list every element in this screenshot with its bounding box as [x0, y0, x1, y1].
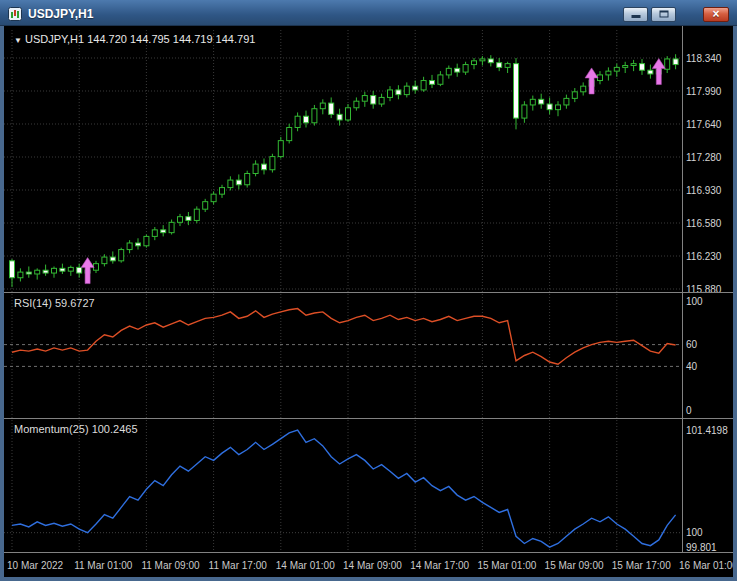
- time-axis-label: 14 Mar 17:00: [410, 560, 469, 571]
- bull-candle: [665, 59, 670, 69]
- bull-candle: [211, 194, 216, 202]
- bear-candle: [337, 114, 342, 120]
- window-icon-graphic: [8, 7, 22, 21]
- price-axis-label: 117.280: [686, 152, 722, 163]
- close-button[interactable]: ×: [703, 7, 729, 22]
- momentum-axis-label: 100: [686, 527, 703, 538]
- window-icon[interactable]: [8, 7, 22, 21]
- bull-candle: [194, 209, 199, 220]
- bull-candle: [102, 257, 107, 264]
- bull-candle: [581, 86, 586, 92]
- minimize-icon: [631, 15, 640, 18]
- bull-candle: [362, 96, 367, 102]
- bull-candle: [94, 264, 99, 271]
- bull-candle: [463, 65, 468, 73]
- bull-candle: [623, 66, 628, 68]
- bear-candle: [547, 104, 552, 110]
- bull-candle: [472, 61, 477, 65]
- bear-candle: [26, 272, 31, 274]
- bear-candle: [186, 217, 191, 221]
- bull-candle: [606, 71, 611, 75]
- bull-candle: [320, 103, 325, 109]
- bull-candle: [480, 59, 485, 61]
- window-controls: ×: [623, 7, 729, 22]
- bear-candle: [396, 90, 401, 95]
- close-icon: ×: [704, 8, 728, 21]
- bull-candle: [438, 75, 443, 84]
- rsi-axis-label: 60: [686, 339, 698, 350]
- rsi-axis-label: 0: [686, 405, 692, 416]
- bear-candle: [539, 99, 544, 104]
- time-axis-label: 15 Mar 17:00: [612, 560, 671, 571]
- bull-candle: [446, 68, 451, 75]
- chart-area[interactable]: 10 Mar 202211 Mar 01:0011 Mar 09:0011 Ma…: [4, 26, 733, 577]
- time-axis-label: 16 Mar 01:00: [679, 560, 733, 571]
- bear-candle: [43, 270, 48, 273]
- bull-candle: [35, 270, 40, 274]
- bear-candle: [77, 267, 82, 273]
- chart-canvas[interactable]: 10 Mar 202211 Mar 01:0011 Mar 09:0011 Ma…: [4, 26, 733, 577]
- bull-candle: [379, 97, 384, 104]
- collapse-arrow-icon: ▼: [14, 36, 22, 45]
- chart-background: [4, 26, 733, 577]
- bull-candle: [556, 105, 561, 110]
- bull-candle: [253, 164, 258, 173]
- bear-candle: [304, 116, 309, 123]
- bull-candle: [18, 272, 23, 278]
- time-axis-label: 14 Mar 01:00: [276, 560, 335, 571]
- bear-candle: [262, 164, 267, 170]
- rsi-axis-label: 100: [686, 296, 703, 307]
- bull-candle: [530, 99, 535, 105]
- maximize-button[interactable]: [651, 7, 676, 22]
- bull-candle: [152, 230, 157, 237]
- bull-candle: [178, 217, 183, 223]
- bull-candle: [312, 109, 317, 123]
- bear-candle: [161, 230, 166, 233]
- momentum-label: Momentum(25) 100.2465: [14, 423, 138, 435]
- momentum-axis-label: 99.801: [686, 542, 717, 553]
- bull-candle: [564, 98, 569, 105]
- chart-ohlc-label: USDJPY,H1 144.720 144.795 144.719 144.79…: [25, 33, 255, 45]
- bear-candle: [640, 64, 645, 71]
- rsi-label: RSI(14) 59.6727: [14, 297, 95, 309]
- bull-candle: [68, 267, 73, 271]
- rsi-axis-label: 40: [686, 361, 698, 372]
- bear-candle: [514, 64, 519, 118]
- price-axis-label: 116.230: [686, 251, 722, 262]
- price-axis-label: 116.930: [686, 185, 722, 196]
- price-axis-label: 116.580: [686, 218, 722, 229]
- bull-candle: [270, 157, 275, 170]
- bear-candle: [455, 68, 460, 72]
- bull-candle: [421, 81, 426, 90]
- bear-candle: [110, 257, 115, 261]
- time-axis-label: 15 Mar 01:00: [477, 560, 536, 571]
- bear-candle: [371, 96, 376, 104]
- bear-candle: [236, 180, 241, 185]
- chart-window: USDJPY,H1 × 10 Mar 202211 Mar 01:0011 Ma…: [0, 0, 737, 581]
- bull-candle: [144, 236, 149, 245]
- bull-candle: [220, 188, 225, 195]
- bear-candle: [488, 59, 493, 63]
- bull-candle: [631, 64, 636, 66]
- titlebar[interactable]: USDJPY,H1 ×: [0, 0, 737, 26]
- bull-candle: [505, 64, 510, 68]
- bull-candle: [228, 180, 233, 188]
- bull-candle: [614, 67, 619, 71]
- time-axis-label: 14 Mar 09:00: [343, 560, 402, 571]
- time-axis-label: 10 Mar 2022: [7, 560, 64, 571]
- bull-candle: [127, 243, 132, 250]
- bear-candle: [648, 70, 653, 74]
- price-axis-label: 117.640: [686, 119, 722, 130]
- window-title: USDJPY,H1: [28, 7, 93, 21]
- maximize-icon: [659, 11, 668, 18]
- bear-candle: [497, 63, 502, 68]
- bull-candle: [354, 101, 359, 108]
- bull-candle: [119, 250, 124, 261]
- time-axis-label: 11 Mar 01:00: [74, 560, 133, 571]
- minimize-button[interactable]: [623, 7, 648, 22]
- bear-candle: [413, 86, 418, 90]
- bull-candle: [572, 92, 577, 99]
- bull-candle: [404, 86, 409, 94]
- price-axis-label: 118.340: [686, 53, 722, 64]
- bear-candle: [430, 81, 435, 85]
